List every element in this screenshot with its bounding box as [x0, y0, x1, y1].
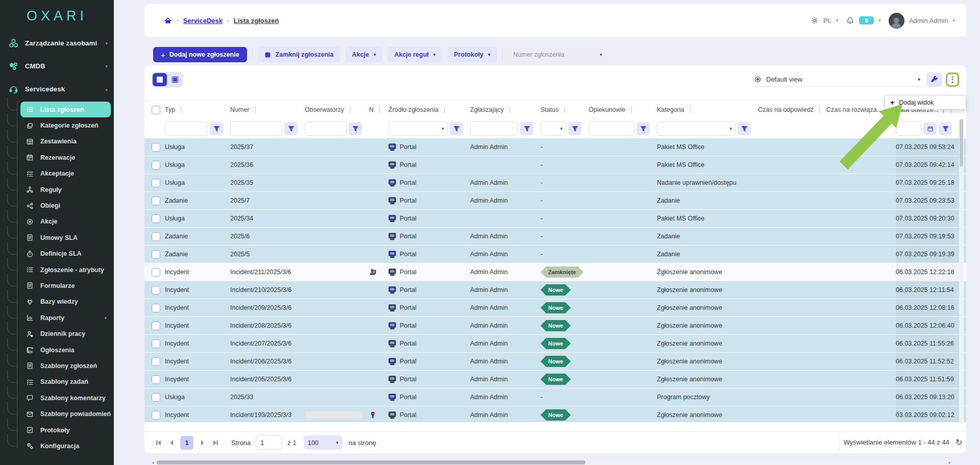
- toolbar-dropdown-akcje[interactable]: Akcje▾: [346, 47, 383, 62]
- row-checkbox[interactable]: [152, 197, 160, 205]
- column-menu-icon[interactable]: ⋮: [178, 106, 184, 113]
- filter-select-kategoria[interactable]: ▾: [657, 121, 736, 136]
- sidebar-group-servicedesk[interactable]: Servicedesk▴: [0, 78, 114, 101]
- sidebar-item-definicje-sla[interactable]: Definicje SLA: [20, 246, 111, 262]
- column-header-note[interactable]: N⋮: [369, 106, 388, 113]
- sidebar-item-raporty[interactable]: Raporty▾: [20, 310, 111, 326]
- column-menu-icon[interactable]: ⋮: [377, 106, 383, 113]
- row-checkbox[interactable]: [152, 161, 160, 169]
- column-header-opiekunowie[interactable]: Opiekunowie⋮: [589, 106, 657, 113]
- sidebar-item-akcje[interactable]: Akcje: [20, 214, 111, 230]
- close-tickets-button[interactable]: Zamknij zgłoszenia: [258, 47, 340, 62]
- breadcrumb-link-servicedesk[interactable]: ServiceDesk: [183, 17, 223, 25]
- funnel-filter-button[interactable]: [520, 122, 533, 135]
- row-checkbox[interactable]: [152, 143, 160, 152]
- row-checkbox[interactable]: [152, 339, 160, 348]
- row-checkbox[interactable]: [152, 179, 160, 187]
- toolbar-dropdown-akcje-regul[interactable]: Akcje reguł▾: [387, 47, 442, 62]
- funnel-filter-button[interactable]: [284, 122, 298, 135]
- ticket-number-search[interactable]: ▾: [508, 47, 607, 62]
- per-page-select[interactable]: 100 ▾: [304, 435, 342, 450]
- view-selector[interactable]: Default view ▾: [754, 72, 922, 87]
- sidebar-group-zarzadzanie-zasobami[interactable]: Zarządzanie zasobami▾: [0, 32, 114, 55]
- add-view-popup[interactable]: + Dodaj widok: [885, 95, 966, 110]
- row-checkbox[interactable]: [152, 411, 160, 420]
- table-row[interactable]: Zadanie2025/6PortalAdmin Admin-Zadanie07…: [144, 228, 966, 246]
- filter-input-data[interactable]: [896, 121, 921, 136]
- funnel-filter-button[interactable]: [939, 122, 952, 135]
- column-header-typ[interactable]: Typ⋮: [165, 106, 230, 113]
- table-row[interactable]: IncydentIncident/193/2025/3/3PortalAdmin…: [144, 406, 966, 422]
- sidebar-item-reguly[interactable]: Reguły: [20, 182, 111, 198]
- sidebar-item-szablony-zadan[interactable]: Szablony zadań: [20, 374, 111, 390]
- kanban-view-button[interactable]: [168, 73, 182, 86]
- breadcrumb-current[interactable]: Lista zgłoszeń: [234, 17, 279, 25]
- home-icon[interactable]: [164, 16, 172, 25]
- page-number-input[interactable]: [256, 435, 282, 450]
- column-menu-icon[interactable]: ⋮: [442, 106, 448, 113]
- select-all-checkbox[interactable]: [152, 106, 160, 114]
- sidebar-item-lista-zgloszen[interactable]: Lista zgłoszeń: [20, 102, 111, 117]
- language-selector[interactable]: PL: [823, 17, 831, 25]
- table-row[interactable]: Usługa2025/35PortalAdmin Admin-Nadanie u…: [144, 174, 966, 192]
- scroll-right-arrow[interactable]: ▸: [948, 460, 951, 465]
- funnel-filter-button[interactable]: [636, 122, 650, 135]
- add-view-label[interactable]: Dodaj widok: [899, 99, 934, 106]
- row-checkbox[interactable]: [152, 375, 160, 384]
- column-header-numer[interactable]: Numer⋮: [230, 106, 305, 113]
- sidebar-item-protokoly[interactable]: Protokoły: [20, 422, 111, 438]
- sidebar-item-zestawienia[interactable]: Zestawienia: [20, 134, 111, 150]
- toolbar-dropdown-protokoly[interactable]: Protokoły▾: [447, 47, 497, 62]
- vertical-scrollbar-thumb[interactable]: [960, 119, 963, 166]
- calendar-filter-button[interactable]: [923, 122, 937, 135]
- filter-input-obserwatorzy[interactable]: [305, 121, 347, 136]
- row-checkbox[interactable]: [152, 393, 160, 402]
- table-row[interactable]: Zadanie2025/7PortalAdmin Admin-Zadanie07…: [144, 192, 966, 210]
- chevron-down-icon[interactable]: ▾: [878, 18, 881, 23]
- horizontal-scrollbar-thumb[interactable]: [157, 460, 585, 464]
- row-checkbox[interactable]: [152, 322, 160, 330]
- column-menu-icon[interactable]: ⋮: [507, 106, 513, 113]
- column-header-zrodlo[interactable]: Źródło zgłoszenia⋮: [388, 106, 470, 113]
- sidebar-item-szablony-powiadomien[interactable]: Szablony powiadomień: [20, 406, 111, 422]
- sidebar-item-dziennik-pracy[interactable]: Dziennik pracy: [20, 326, 111, 341]
- row-checkbox[interactable]: [152, 232, 160, 241]
- settings-gear-icon[interactable]: [811, 16, 819, 25]
- sidebar-item-konfiguracja[interactable]: Konfiguracja: [20, 438, 111, 454]
- filter-select-zrodlo[interactable]: ▾: [388, 121, 448, 136]
- column-menu-icon[interactable]: ⋮: [628, 106, 634, 113]
- sidebar-item-obiegi[interactable]: Obiegi: [20, 198, 111, 213]
- notifications-bell-icon[interactable]: [846, 16, 854, 25]
- next-page-button[interactable]: [195, 436, 209, 449]
- table-row[interactable]: Usługa2025/37PortalAdmin Admin-Pakiet MS…: [144, 138, 966, 156]
- column-header-obserwatorzy[interactable]: Obserwatorzy⋮: [305, 106, 369, 113]
- table-row[interactable]: IncydentIncident/208/2025/3/6PortalAdmin…: [144, 317, 966, 335]
- sidebar-item-bazy-wiedzy[interactable]: Bazy wiedzy: [20, 294, 111, 310]
- table-row[interactable]: Usługa2025/36Portal-Pakiet MS Office07.0…: [144, 156, 966, 174]
- filter-select-status[interactable]: ▾: [541, 121, 566, 136]
- row-checkbox[interactable]: [152, 214, 160, 223]
- sidebar-item-rezerwacje[interactable]: Rezerwacje: [20, 150, 111, 165]
- row-checkbox[interactable]: [152, 268, 160, 277]
- sidebar-item-formularze[interactable]: Formularze: [20, 278, 111, 293]
- row-checkbox[interactable]: [152, 286, 160, 295]
- vertical-scrollbar[interactable]: [959, 118, 964, 424]
- filter-input-numer[interactable]: [230, 121, 282, 136]
- row-checkbox[interactable]: [152, 357, 160, 366]
- funnel-filter-button[interactable]: [738, 122, 751, 135]
- row-checkbox[interactable]: [152, 304, 160, 312]
- ticket-number-input[interactable]: [512, 51, 597, 59]
- table-row[interactable]: IncydentIncident/205/2025/3/6PortalAdmin…: [144, 371, 966, 388]
- chevron-down-icon[interactable]: ▾: [600, 52, 602, 57]
- column-menu-icon[interactable]: ⋮: [561, 106, 568, 113]
- column-menu-icon[interactable]: ⋮: [347, 106, 353, 113]
- refresh-icon[interactable]: ↻: [955, 437, 962, 447]
- column-header-zglaszajacy[interactable]: Zgłaszający⋮: [470, 106, 541, 113]
- column-menu-icon[interactable]: ⋮: [817, 106, 823, 113]
- table-row[interactable]: IncydentIncident/211/2025/3/6PortalAdmin…: [144, 263, 966, 281]
- bell-icon[interactable]: [846, 16, 854, 25]
- settings-gear-icon[interactable]: [811, 16, 819, 25]
- column-menu-icon[interactable]: ⋮: [253, 106, 259, 113]
- column-header-kategoria[interactable]: Kategoria⋮: [657, 106, 758, 113]
- table-row[interactable]: Usługa2025/33PortalAdmin Admin-Program p…: [144, 388, 966, 406]
